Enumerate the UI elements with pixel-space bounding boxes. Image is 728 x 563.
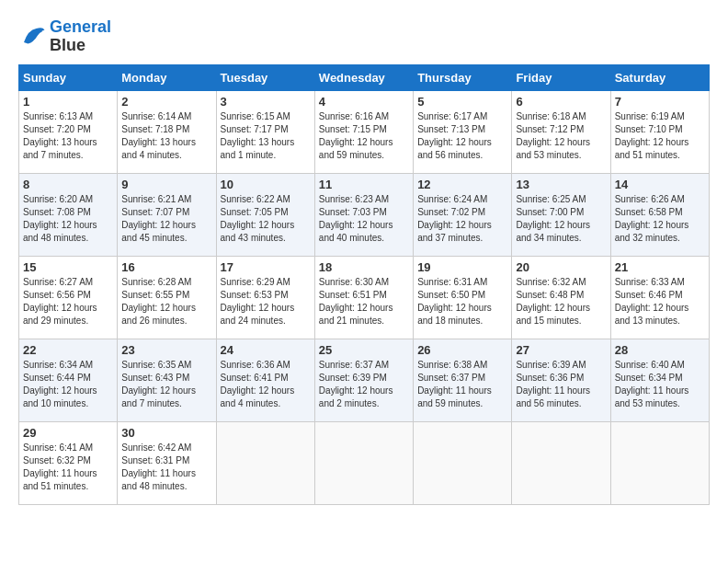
day-info: Sunrise: 6:32 AM Sunset: 6:48 PM Dayligh… [516, 276, 606, 327]
day-number: 22 [23, 343, 113, 357]
calendar-cell: 14 Sunrise: 6:26 AM Sunset: 6:58 PM Dayl… [610, 173, 709, 256]
day-number: 3 [221, 95, 311, 109]
day-number: 17 [221, 260, 311, 274]
day-number: 4 [319, 95, 409, 109]
day-info: Sunrise: 6:42 AM Sunset: 6:31 PM Dayligh… [121, 442, 211, 493]
page-header: GeneralBlue [18, 18, 710, 55]
day-info: Sunrise: 6:20 AM Sunset: 7:08 PM Dayligh… [23, 193, 113, 245]
column-header-thursday: Thursday [414, 64, 512, 90]
day-number: 27 [516, 343, 606, 357]
day-number: 8 [23, 178, 113, 191]
day-number: 11 [319, 178, 409, 191]
calendar-cell: 17 Sunrise: 6:29 AM Sunset: 6:53 PM Dayl… [216, 256, 314, 339]
day-info: Sunrise: 6:17 AM Sunset: 7:13 PM Dayligh… [417, 110, 507, 162]
calendar-week-5: 29 Sunrise: 6:41 AM Sunset: 6:32 PM Dayl… [19, 421, 710, 504]
day-info: Sunrise: 6:31 AM Sunset: 6:50 PM Dayligh… [417, 276, 507, 327]
logo: GeneralBlue [18, 18, 111, 55]
logo-icon [18, 23, 46, 51]
calendar-cell: 9 Sunrise: 6:21 AM Sunset: 7:07 PM Dayli… [118, 173, 216, 256]
calendar-cell: 29 Sunrise: 6:41 AM Sunset: 6:32 PM Dayl… [19, 421, 118, 504]
calendar-cell: 21 Sunrise: 6:33 AM Sunset: 6:46 PM Dayl… [610, 256, 709, 339]
day-info: Sunrise: 6:35 AM Sunset: 6:43 PM Dayligh… [121, 359, 211, 410]
calendar-body: 1 Sunrise: 6:13 AM Sunset: 7:20 PM Dayli… [19, 90, 710, 504]
calendar-cell [610, 421, 709, 504]
column-header-friday: Friday [512, 64, 610, 90]
calendar-table: SundayMondayTuesdayWednesdayThursdayFrid… [18, 64, 710, 505]
calendar-cell: 7 Sunrise: 6:19 AM Sunset: 7:10 PM Dayli… [610, 90, 709, 173]
calendar-cell [216, 421, 314, 504]
calendar-cell: 25 Sunrise: 6:37 AM Sunset: 6:39 PM Dayl… [314, 339, 413, 421]
calendar-cell: 16 Sunrise: 6:28 AM Sunset: 6:55 PM Dayl… [118, 256, 216, 339]
calendar-cell [414, 421, 512, 504]
day-number: 9 [121, 178, 211, 191]
calendar-cell: 5 Sunrise: 6:17 AM Sunset: 7:13 PM Dayli… [414, 90, 512, 173]
day-info: Sunrise: 6:22 AM Sunset: 7:05 PM Dayligh… [221, 193, 311, 245]
calendar-cell: 4 Sunrise: 6:16 AM Sunset: 7:15 PM Dayli… [314, 90, 413, 173]
day-info: Sunrise: 6:40 AM Sunset: 6:34 PM Dayligh… [615, 359, 705, 410]
day-info: Sunrise: 6:27 AM Sunset: 6:56 PM Dayligh… [23, 276, 113, 327]
day-info: Sunrise: 6:28 AM Sunset: 6:55 PM Dayligh… [121, 276, 211, 327]
day-info: Sunrise: 6:21 AM Sunset: 7:07 PM Dayligh… [121, 193, 211, 245]
day-number: 7 [615, 95, 705, 109]
day-number: 14 [615, 178, 705, 191]
day-number: 28 [615, 343, 705, 357]
day-info: Sunrise: 6:38 AM Sunset: 6:37 PM Dayligh… [417, 359, 507, 410]
day-info: Sunrise: 6:23 AM Sunset: 7:03 PM Dayligh… [319, 193, 409, 245]
calendar-cell: 11 Sunrise: 6:23 AM Sunset: 7:03 PM Dayl… [314, 173, 413, 256]
day-number: 16 [121, 260, 211, 274]
day-number: 13 [516, 178, 606, 191]
calendar-cell: 24 Sunrise: 6:36 AM Sunset: 6:41 PM Dayl… [216, 339, 314, 421]
calendar-cell: 3 Sunrise: 6:15 AM Sunset: 7:17 PM Dayli… [216, 90, 314, 173]
day-info: Sunrise: 6:33 AM Sunset: 6:46 PM Dayligh… [615, 276, 705, 327]
day-info: Sunrise: 6:15 AM Sunset: 7:17 PM Dayligh… [221, 110, 311, 162]
column-header-saturday: Saturday [610, 64, 709, 90]
day-info: Sunrise: 6:14 AM Sunset: 7:18 PM Dayligh… [121, 110, 211, 162]
calendar-cell [512, 421, 610, 504]
day-number: 25 [319, 343, 409, 357]
calendar-cell: 26 Sunrise: 6:38 AM Sunset: 6:37 PM Dayl… [414, 339, 512, 421]
day-info: Sunrise: 6:39 AM Sunset: 6:36 PM Dayligh… [516, 359, 606, 410]
day-info: Sunrise: 6:37 AM Sunset: 6:39 PM Dayligh… [319, 359, 409, 410]
day-number: 18 [319, 260, 409, 274]
calendar-cell [314, 421, 413, 504]
calendar-cell: 6 Sunrise: 6:18 AM Sunset: 7:12 PM Dayli… [512, 90, 610, 173]
calendar-cell: 20 Sunrise: 6:32 AM Sunset: 6:48 PM Dayl… [512, 256, 610, 339]
calendar-cell: 30 Sunrise: 6:42 AM Sunset: 6:31 PM Dayl… [118, 421, 216, 504]
calendar-week-3: 15 Sunrise: 6:27 AM Sunset: 6:56 PM Dayl… [19, 256, 710, 339]
day-info: Sunrise: 6:18 AM Sunset: 7:12 PM Dayligh… [516, 110, 606, 162]
day-number: 6 [516, 95, 606, 109]
day-info: Sunrise: 6:13 AM Sunset: 7:20 PM Dayligh… [23, 110, 113, 162]
calendar-header: SundayMondayTuesdayWednesdayThursdayFrid… [19, 64, 710, 90]
column-header-sunday: Sunday [19, 64, 118, 90]
day-number: 20 [516, 260, 606, 274]
day-number: 12 [417, 178, 507, 191]
calendar-cell: 22 Sunrise: 6:34 AM Sunset: 6:44 PM Dayl… [19, 339, 118, 421]
calendar-cell: 13 Sunrise: 6:25 AM Sunset: 7:00 PM Dayl… [512, 173, 610, 256]
day-info: Sunrise: 6:34 AM Sunset: 6:44 PM Dayligh… [23, 359, 113, 410]
calendar-cell: 19 Sunrise: 6:31 AM Sunset: 6:50 PM Dayl… [414, 256, 512, 339]
day-number: 2 [121, 95, 211, 109]
day-info: Sunrise: 6:36 AM Sunset: 6:41 PM Dayligh… [221, 359, 311, 410]
calendar-cell: 23 Sunrise: 6:35 AM Sunset: 6:43 PM Dayl… [118, 339, 216, 421]
day-number: 26 [417, 343, 507, 357]
calendar-cell: 18 Sunrise: 6:30 AM Sunset: 6:51 PM Dayl… [314, 256, 413, 339]
day-number: 10 [221, 178, 311, 191]
logo-name: GeneralBlue [50, 18, 111, 55]
calendar-cell: 12 Sunrise: 6:24 AM Sunset: 7:02 PM Dayl… [414, 173, 512, 256]
day-info: Sunrise: 6:29 AM Sunset: 6:53 PM Dayligh… [221, 276, 311, 327]
column-header-wednesday: Wednesday [314, 64, 413, 90]
day-info: Sunrise: 6:16 AM Sunset: 7:15 PM Dayligh… [319, 110, 409, 162]
day-info: Sunrise: 6:19 AM Sunset: 7:10 PM Dayligh… [615, 110, 705, 162]
column-header-monday: Monday [118, 64, 216, 90]
day-number: 5 [417, 95, 507, 109]
day-number: 29 [23, 426, 113, 440]
calendar-cell: 27 Sunrise: 6:39 AM Sunset: 6:36 PM Dayl… [512, 339, 610, 421]
day-number: 19 [417, 260, 507, 274]
calendar-cell: 15 Sunrise: 6:27 AM Sunset: 6:56 PM Dayl… [19, 256, 118, 339]
day-number: 21 [615, 260, 705, 274]
day-info: Sunrise: 6:26 AM Sunset: 6:58 PM Dayligh… [615, 193, 705, 245]
calendar-cell: 1 Sunrise: 6:13 AM Sunset: 7:20 PM Dayli… [19, 90, 118, 173]
calendar-cell: 10 Sunrise: 6:22 AM Sunset: 7:05 PM Dayl… [216, 173, 314, 256]
column-header-tuesday: Tuesday [216, 64, 314, 90]
day-number: 15 [23, 260, 113, 274]
